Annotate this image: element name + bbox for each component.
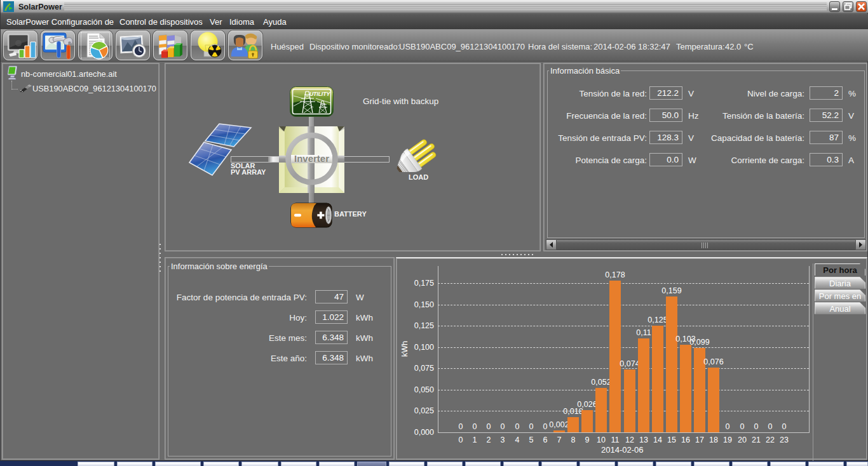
svg-text:UTILITY: UTILITY (309, 91, 330, 97)
svg-text:Inverter: Inverter (294, 153, 329, 164)
